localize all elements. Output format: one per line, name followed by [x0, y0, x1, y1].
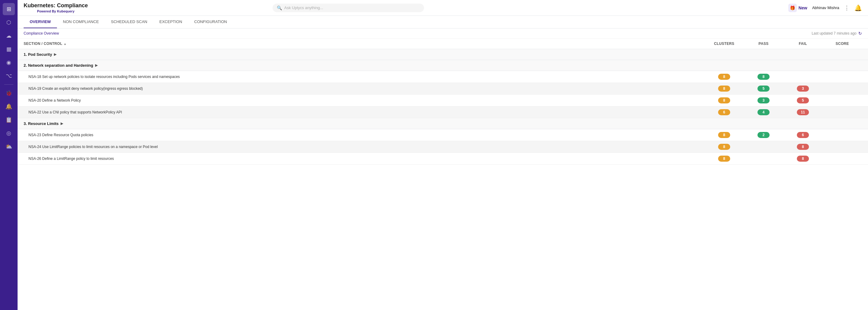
flow-icon: ⌥ — [6, 73, 12, 79]
fail-badge: 11 — [797, 109, 809, 115]
clusters-badge: 8 — [718, 156, 730, 162]
col-header-section: Section / Control ▲ — [24, 41, 705, 46]
table-row[interactable]: 3. Resource Limits ▶ — [18, 118, 868, 129]
tab-exception[interactable]: EXCEPTION — [153, 16, 188, 28]
sidebar-item-cloud2[interactable]: ⛅ — [3, 140, 15, 152]
fail-badge: 5 — [797, 97, 809, 104]
powered-by-name: Kubequery — [57, 9, 74, 13]
section-text: 1. Pod Security — [24, 52, 52, 57]
table-row: NSA-19 Create an explicit deny network p… — [18, 83, 868, 95]
section-text: 3. Resource Limits — [24, 121, 59, 126]
table-row: NSA-18 Set up network policies to isolat… — [18, 71, 868, 83]
table-row: NSA-26 Define a LimitRange policy to lim… — [18, 153, 868, 165]
col-header-section-label: Section / Control — [24, 41, 62, 46]
clusters-badge: 8 — [718, 86, 730, 92]
fail-cell: 3 — [783, 86, 823, 92]
row-label: NSA-24 Use LimitRange policies to limit … — [28, 145, 705, 149]
notification-bell-icon[interactable]: 🔔 — [855, 4, 862, 11]
row-label: NSA-19 Create an explicit deny network p… — [28, 86, 705, 91]
pass-badge: 8 — [757, 74, 770, 80]
cloud-icon: ☁ — [6, 32, 11, 39]
dashboard-icon: ◉ — [6, 59, 11, 66]
expand-icon[interactable]: ▶ — [95, 63, 97, 67]
col-header-clusters: Clusters — [705, 41, 744, 46]
user-name[interactable]: Abhinav Mishra — [812, 5, 839, 10]
row-label: NSA-18 Set up network policies to isolat… — [28, 75, 705, 79]
sidebar-item-case[interactable]: 📋 — [3, 114, 15, 126]
fail-cell: 8 — [783, 156, 823, 162]
table-area: Section / Control ▲ Clusters Pass Fail S… — [18, 38, 868, 310]
table-row[interactable]: 1. Pod Security ▶ — [18, 49, 868, 60]
clusters-cell: 6 — [705, 109, 744, 115]
powered-by-label: Powered By — [37, 9, 56, 13]
search-icon: 🔍 — [277, 5, 282, 10]
sidebar-item-dashboard[interactable]: ◉ — [3, 56, 15, 68]
sidebar-item-cloud[interactable]: ☁ — [3, 30, 15, 42]
col-header-fail: Fail — [783, 41, 823, 46]
table-row: NSA-22 Use a CNI policy that supports Ne… — [18, 107, 868, 118]
sidebar-item-flow[interactable]: ⌥ — [3, 70, 15, 82]
page-title: Kubernetes: Compliance — [24, 2, 88, 9]
row-label: NSA-20 Define a Network Policy — [28, 98, 705, 103]
header: Kubernetes: Compliance Powered By Kubequ… — [18, 0, 868, 16]
table-row: NSA-23 Define Resource Quota policies 8 … — [18, 129, 868, 141]
clusters-badge: 8 — [718, 74, 730, 80]
clusters-badge: 8 — [718, 144, 730, 150]
clusters-badge: 8 — [718, 97, 730, 104]
sidebar-item-circle[interactable]: ◎ — [3, 127, 15, 139]
fail-badge: 8 — [797, 156, 809, 162]
clusters-cell: 8 — [705, 156, 744, 162]
sidebar-item-home[interactable]: ⊞ — [3, 3, 15, 15]
breadcrumb[interactable]: Compliance Overview — [24, 31, 59, 35]
pass-badge: 3 — [757, 97, 770, 104]
clusters-cell: 8 — [705, 97, 744, 104]
table-header: Section / Control ▲ Clusters Pass Fail S… — [18, 38, 868, 49]
new-button[interactable]: 🎁 New — [788, 4, 807, 12]
fail-badge: 3 — [797, 86, 809, 92]
pass-badge: 2 — [757, 132, 770, 138]
bell-sidebar-icon: 🔔 — [5, 103, 12, 110]
tabs-bar: OVERVIEW NON COMPLIANCE SCHEDULED SCAN E… — [18, 16, 868, 29]
more-options-icon[interactable]: ⋮ — [844, 4, 849, 11]
table-row[interactable]: 2. Network separation and Hardening ▶ — [18, 60, 868, 71]
expand-icon[interactable]: ▶ — [61, 122, 63, 125]
new-label: New — [799, 5, 807, 10]
row-label: NSA-23 Define Resource Quota policies — [28, 133, 705, 137]
sidebar-item-grid[interactable]: ▦ — [3, 43, 15, 55]
pass-cell: 4 — [744, 109, 783, 115]
circle-icon: ◎ — [6, 130, 11, 137]
clusters-badge: 8 — [718, 132, 730, 138]
sidebar-item-bell[interactable]: 🔔 — [3, 101, 15, 113]
fail-cell: 8 — [783, 144, 823, 150]
monitor-icon: ⬡ — [6, 19, 11, 26]
search-bar[interactable]: 🔍 Ask Uptycs anything... — [273, 4, 424, 12]
new-button-icon: 🎁 — [788, 4, 797, 12]
tab-overview[interactable]: OVERVIEW — [24, 16, 57, 28]
last-updated: Last updated 7 minutes ago ↻ — [812, 31, 862, 36]
tab-scheduled-scan[interactable]: SCHEDULED SCAN — [105, 16, 153, 28]
case-icon: 📋 — [5, 116, 12, 123]
fail-badge: 8 — [797, 144, 809, 150]
expand-icon[interactable]: ▶ — [54, 53, 56, 56]
home-icon: ⊞ — [7, 6, 11, 12]
pass-cell: 3 — [744, 97, 783, 104]
row-label: NSA-26 Define a LimitRange policy to lim… — [28, 157, 705, 161]
pass-badge: 5 — [757, 86, 770, 92]
sidebar-item-monitor[interactable]: ⬡ — [3, 17, 15, 29]
sidebar-item-bug[interactable]: 🐞 — [3, 87, 15, 99]
tab-configuration[interactable]: CONFIGURATION — [188, 16, 233, 28]
col-header-pass: Pass — [744, 41, 783, 46]
table-row: NSA-24 Use LimitRange policies to limit … — [18, 141, 868, 153]
tab-non-compliance[interactable]: NON COMPLIANCE — [57, 16, 105, 28]
fail-badge: 6 — [797, 132, 809, 138]
refresh-icon[interactable]: ↻ — [858, 31, 862, 36]
pass-cell: 2 — [744, 132, 783, 138]
col-header-score: Score — [823, 41, 862, 46]
section-label: 1. Pod Security ▶ — [24, 52, 705, 57]
breadcrumb-bar: Compliance Overview Last updated 7 minut… — [18, 29, 868, 38]
clusters-cell: 8 — [705, 144, 744, 150]
sort-icon[interactable]: ▲ — [64, 42, 67, 46]
title-area: Kubernetes: Compliance Powered By Kubequ… — [24, 2, 88, 13]
clusters-cell: 8 — [705, 74, 744, 80]
search-placeholder: Ask Uptycs anything... — [284, 5, 323, 10]
